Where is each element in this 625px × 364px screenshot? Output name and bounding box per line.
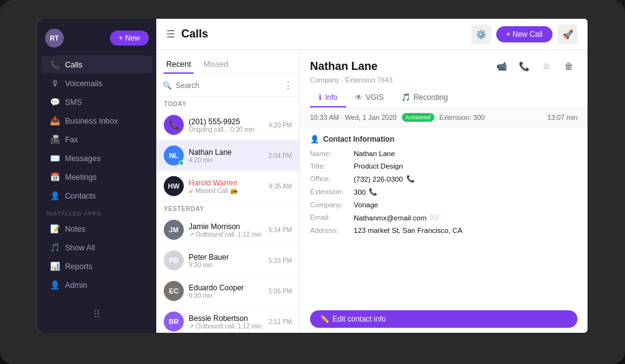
sidebar-item-sms[interactable]: 💬SMS — [41, 93, 152, 111]
detail-tab-info[interactable]: ℹInfo — [310, 89, 346, 107]
list-item[interactable]: 📞 (201) 555-9925 Ongoing call... 0:30 mi… — [156, 110, 299, 140]
sidebar-nav: 📞Calls🎙Voicemails💬SMS📥Business Inbox📠Fax… — [38, 55, 156, 303]
sidebar-item-admin[interactable]: 👤Admin — [41, 276, 152, 294]
contact-name: Nathan Lane — [310, 60, 378, 73]
call-avatar: BR — [164, 312, 184, 332]
edit-contact-label: Edit contact info — [332, 315, 386, 323]
info-tab-label: Info — [325, 93, 338, 102]
sidebar-item-label: SMS — [65, 98, 82, 107]
sidebar-item-notes[interactable]: 📝Notes — [41, 220, 152, 238]
call-time: 2:04 PM — [269, 152, 292, 159]
call-sub: ↗ Outbound call, 1:12 min — [189, 231, 264, 238]
call-info: Peter Bauer 9:30 min — [189, 253, 264, 268]
call-name: Bessie Robertson — [189, 314, 264, 323]
detail-actions: 📹 📞 ☆ 🗑 — [492, 57, 578, 75]
call-sub: ↗ Outbound call, 1:12 min — [189, 323, 264, 330]
contact-field-label: Extension: — [310, 188, 354, 196]
call-time: 5:33 PM — [269, 257, 292, 264]
notes-icon: 📝 — [50, 224, 60, 234]
call-name: Peter Bauer — [189, 253, 264, 262]
contact-row: Office: (732) 226-0300 📞 — [310, 175, 578, 183]
call-avatar: JM — [164, 220, 184, 240]
call-time: 2:11 PM — [269, 318, 292, 325]
more-icon[interactable]: ⋮ — [283, 79, 293, 91]
sidebar-item-business-inbox[interactable]: 📥Business Inbox — [41, 112, 152, 130]
call-time: 6:34 PM — [269, 227, 292, 234]
contact-field-value: 300 📞 — [354, 188, 378, 196]
star-icon-button[interactable]: ☆ — [538, 57, 555, 75]
contact-sub: Company · Extension 7643 — [310, 76, 578, 84]
sidebar-bottom: ⠿ — [38, 303, 156, 325]
call-avatar: HW — [164, 176, 184, 196]
search-input[interactable] — [176, 81, 279, 90]
contact-row: Company: Vonage — [310, 201, 578, 209]
trash-icon-button[interactable]: 🗑 — [560, 57, 578, 75]
call-avatar: NL — [164, 145, 184, 165]
call-sub-text: 9:30 min — [189, 262, 212, 268]
sidebar-item-meetings[interactable]: 📅Meetings — [41, 168, 152, 186]
list-item[interactable]: BR Bessie Robertson ↗ Outbound call, 1:1… — [156, 307, 299, 333]
detail-header: Nathan Lane 📹 📞 ☆ 🗑 Company · Extension … — [300, 50, 588, 108]
tab-recent[interactable]: Recent — [164, 56, 194, 74]
sidebar-item-reports[interactable]: 📊Reports — [41, 257, 152, 275]
email-icon: ✉️ — [430, 214, 439, 222]
contact-field-value: (732) 226-0300 📞 — [354, 175, 415, 183]
call-sub: 4:20 min — [189, 157, 264, 164]
detail-tab-recording[interactable]: 🎵Recording — [392, 89, 457, 107]
sidebar-item-fax[interactable]: 📠Fax — [41, 130, 152, 149]
new-call-button[interactable]: + New Call — [496, 26, 552, 42]
sidebar-item-show-all[interactable]: 🎵Show All — [41, 239, 152, 257]
list-item[interactable]: EC Eduardo Cooper 0:30 min 5:06 PM — [156, 276, 299, 307]
rocket-icon-button[interactable]: 🚀 — [558, 24, 578, 44]
edit-contact-button[interactable]: ✏️ Edit contact info — [310, 310, 578, 328]
contact-field-label: Address: — [310, 227, 354, 234]
call-info: Harold Warren ↙ Missed Call 📻 — [189, 179, 264, 194]
call-info: Jamie Morrison ↗ Outbound call, 1:12 min — [189, 222, 264, 238]
call-avatar: 📞 — [164, 115, 184, 135]
list-item[interactable]: NL Nathan Lane 4:20 min 2:04 PM — [156, 140, 299, 171]
call-sub-text: 4:20 min — [189, 157, 212, 164]
sidebar-item-label: Notes — [65, 225, 86, 234]
fax-icon: 📠 — [50, 135, 60, 144]
sidebar-item-calls[interactable]: 📞Calls — [41, 56, 152, 74]
settings-icon-button[interactable]: ⚙️ — [471, 24, 491, 44]
new-button[interactable]: + New — [110, 31, 149, 46]
call-sub: Ongoing call... 0:30 min — [189, 126, 264, 133]
list-item[interactable]: JM Jamie Morrison ↗ Outbound call, 1:12 … — [156, 215, 299, 245]
voicemails-icon: 🎙 — [50, 79, 60, 88]
contact-row: Extension: 300 📞 — [310, 188, 578, 196]
detail-name-row: Nathan Lane 📹 📞 ☆ 🗑 — [310, 57, 578, 75]
voicemail-icon: 📻 — [230, 187, 238, 194]
sidebar-item-contacts[interactable]: 👤Contacts — [41, 187, 152, 205]
show-all-icon: 🎵 — [50, 243, 60, 252]
contact-row: Title: Product Design — [310, 162, 578, 170]
recording-tab-icon: 🎵 — [401, 93, 411, 102]
contact-field-value: Nathan Lane — [354, 150, 395, 157]
phone-icon-button[interactable]: 📞 — [515, 57, 532, 75]
call-sub-text: Missed Call — [196, 187, 228, 194]
menu-icon[interactable]: ☰ — [166, 28, 175, 40]
call-time: 5:06 PM — [269, 288, 292, 295]
call-name: Nathan Lane — [189, 148, 264, 157]
call-sub-text: Outbound call, 1:12 min — [196, 323, 262, 330]
contact-field-value: Nathanmx@email.com ✉️ — [354, 214, 439, 222]
call-name: Jamie Morrison — [189, 222, 264, 231]
calls-tabs: RecentMissed — [156, 50, 299, 74]
search-bar: 🔍 ⋮ — [156, 74, 299, 97]
call-info: Eduardo Cooper 0:30 min — [189, 283, 264, 299]
list-item[interactable]: PB Peter Bauer 9:30 min 5:33 PM — [156, 245, 299, 276]
phone-small-icon: 📞 — [406, 175, 415, 183]
sidebar-item-label: Contacts — [65, 192, 96, 200]
call-sub: 9:30 min — [189, 262, 264, 268]
topbar: ☰ Calls ⚙️ + New Call 🚀 — [156, 19, 588, 50]
recording-tab-label: Recording — [414, 93, 448, 102]
tab-missed[interactable]: Missed — [201, 56, 231, 74]
detail-tab-vgis[interactable]: 👁VGIS — [346, 89, 392, 107]
info-tab-icon: ℹ — [319, 93, 322, 102]
sidebar-item-messages[interactable]: ✉️Messages — [41, 149, 152, 167]
meetings-icon: 📅 — [50, 172, 60, 182]
list-item[interactable]: HW Harold Warren ↙ Missed Call 📻 9:35 AM — [156, 171, 299, 202]
sidebar-item-voicemails[interactable]: 🎙Voicemails — [41, 74, 152, 92]
contact-field-label: Office: — [310, 175, 354, 183]
video-icon-button[interactable]: 📹 — [492, 57, 510, 75]
